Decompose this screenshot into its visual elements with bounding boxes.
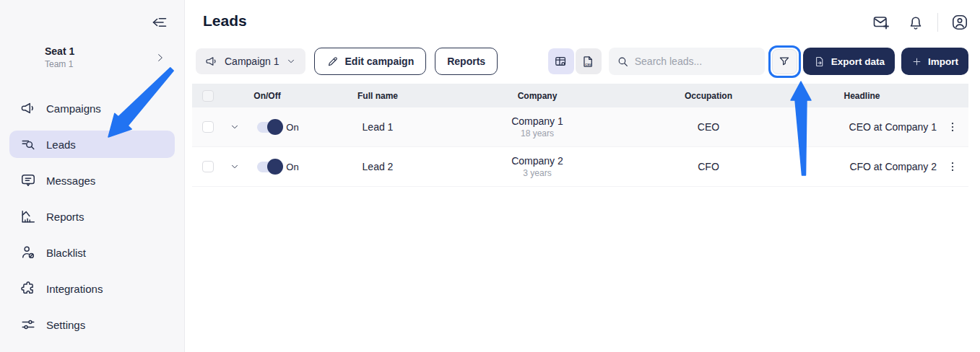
seat-title: Seat 1 bbox=[45, 45, 74, 57]
lead-occupation: CEO bbox=[630, 121, 787, 133]
sidebar-nav: CampaignsLeadsMessagesReportsBlacklistIn… bbox=[0, 94, 184, 347]
column-header-company: Company bbox=[445, 91, 630, 101]
search-box bbox=[609, 48, 765, 75]
pencil-icon bbox=[326, 56, 339, 68]
sidebar-item-messages[interactable]: Messages bbox=[9, 167, 175, 194]
sliders-icon bbox=[20, 317, 36, 333]
plus-icon bbox=[911, 56, 922, 67]
page-title: Leads bbox=[203, 12, 247, 30]
lead-headline: CEO at Company 1 bbox=[787, 121, 937, 133]
lead-full-name: Lead 1 bbox=[311, 121, 445, 133]
toggle-state-label: On bbox=[286, 122, 298, 133]
header-actions bbox=[872, 12, 968, 32]
table-header-row: On/Off Full name Company Occupation Head… bbox=[192, 84, 968, 107]
chart-icon bbox=[20, 208, 36, 224]
expand-row-chevron-icon[interactable] bbox=[230, 162, 240, 172]
lead-company: Company 2 bbox=[511, 155, 563, 167]
reports-button-label: Reports bbox=[447, 56, 485, 67]
sidebar-item-integrations[interactable]: Integrations bbox=[9, 275, 175, 302]
select-all-checkbox[interactable] bbox=[202, 90, 214, 102]
export-file-icon bbox=[813, 56, 825, 68]
lead-company-subtitle: 18 years bbox=[521, 128, 554, 138]
user-profile-icon[interactable] bbox=[951, 14, 968, 31]
seat-selector[interactable]: Seat 1 Team 1 bbox=[45, 45, 74, 69]
reports-button[interactable]: Reports bbox=[435, 48, 498, 75]
sidebar: Seat 1 Team 1 CampaignsLeadsMessagesRepo… bbox=[0, 0, 185, 352]
leads-search-icon bbox=[20, 136, 36, 152]
table-row: OnLead 1Company 118 yearsCEOCEO at Compa… bbox=[192, 107, 968, 147]
campaign-selector[interactable]: Campaign 1 bbox=[196, 48, 305, 74]
edit-campaign-button[interactable]: Edit campaign bbox=[314, 48, 427, 75]
header-divider bbox=[937, 13, 938, 32]
sidebar-item-label: Blacklist bbox=[46, 247, 86, 259]
table-row: OnLead 2Company 23 yearsCFOCFO at Compan… bbox=[192, 147, 968, 187]
lead-company: Company 1 bbox=[511, 115, 563, 127]
sidebar-item-settings[interactable]: Settings bbox=[9, 311, 175, 338]
column-header-onoff: On/Off bbox=[224, 91, 311, 101]
sidebar-item-leads[interactable]: Leads bbox=[9, 131, 175, 158]
sidebar-item-campaigns[interactable]: Campaigns bbox=[9, 94, 175, 122]
column-header-fullname: Full name bbox=[311, 91, 445, 101]
import-label: Import bbox=[928, 56, 958, 67]
collapse-sidebar-icon[interactable] bbox=[151, 14, 168, 31]
table-settings-icon[interactable] bbox=[548, 48, 574, 74]
new-message-icon[interactable] bbox=[872, 14, 890, 31]
filter-highlight-ring bbox=[768, 45, 801, 78]
export-data-label: Export data bbox=[831, 56, 885, 67]
sidebar-item-label: Integrations bbox=[46, 283, 103, 295]
filter-funnel-icon[interactable] bbox=[772, 49, 797, 74]
lead-full-name: Lead 2 bbox=[311, 161, 445, 172]
lead-headline: CFO at Company 2 bbox=[787, 161, 937, 172]
search-leads-input[interactable] bbox=[635, 56, 757, 67]
user-block-icon bbox=[20, 245, 36, 260]
toolbar-right: CSV Export data Import bbox=[548, 45, 968, 78]
lead-occupation: CFO bbox=[630, 161, 787, 172]
row-menu-icon[interactable] bbox=[946, 160, 959, 173]
search-icon bbox=[617, 56, 629, 68]
puzzle-icon bbox=[20, 281, 36, 296]
sidebar-item-blacklist[interactable]: Blacklist bbox=[9, 239, 175, 266]
sidebar-item-label: Messages bbox=[46, 175, 95, 187]
row-checkbox[interactable] bbox=[202, 161, 214, 172]
sidebar-item-label: Settings bbox=[46, 319, 85, 331]
export-data-button[interactable]: Export data bbox=[803, 48, 895, 75]
column-header-headline: Headline bbox=[787, 91, 937, 101]
view-switcher: CSV bbox=[548, 48, 602, 74]
campaign-selector-label: Campaign 1 bbox=[225, 56, 279, 67]
chevron-down-icon bbox=[286, 56, 296, 66]
message-icon bbox=[20, 172, 36, 188]
toolbar: Campaign 1 Edit campaign Reports CSV bbox=[196, 45, 968, 78]
sidebar-item-label: Campaigns bbox=[46, 102, 101, 115]
sidebar-item-reports[interactable]: Reports bbox=[9, 203, 175, 230]
import-button[interactable]: Import bbox=[901, 48, 968, 75]
row-menu-icon[interactable] bbox=[946, 120, 959, 133]
chevron-right-icon[interactable] bbox=[155, 53, 165, 63]
on-off-toggle[interactable] bbox=[257, 162, 282, 172]
megaphone-icon bbox=[205, 55, 218, 68]
seat-subtitle: Team 1 bbox=[45, 59, 74, 69]
edit-campaign-label: Edit campaign bbox=[345, 56, 415, 67]
expand-row-chevron-icon[interactable] bbox=[230, 122, 240, 132]
row-checkbox[interactable] bbox=[202, 121, 214, 133]
sidebar-item-label: Reports bbox=[46, 211, 84, 223]
column-header-occupation: Occupation bbox=[630, 91, 787, 101]
on-off-toggle[interactable] bbox=[257, 122, 282, 133]
table-body: OnLead 1Company 118 yearsCEOCEO at Compa… bbox=[192, 107, 968, 187]
megaphone-icon bbox=[20, 100, 36, 116]
notifications-bell-icon[interactable] bbox=[907, 14, 924, 31]
sidebar-item-label: Leads bbox=[46, 138, 76, 151]
leads-table: On/Off Full name Company Occupation Head… bbox=[192, 84, 968, 187]
csv-file-icon[interactable]: CSV bbox=[576, 48, 602, 74]
lead-company-subtitle: 3 years bbox=[523, 168, 551, 178]
svg-text:CSV: CSV bbox=[586, 62, 592, 66]
toggle-state-label: On bbox=[286, 162, 298, 172]
